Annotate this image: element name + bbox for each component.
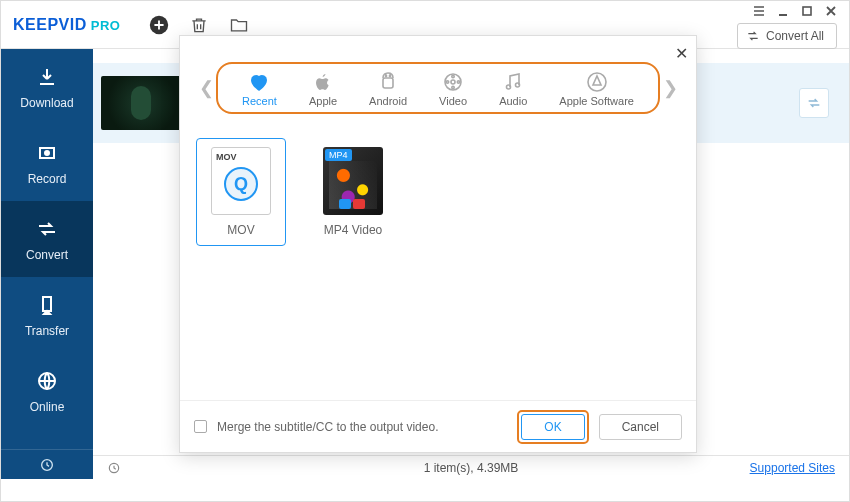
svg-point-16 <box>457 80 459 82</box>
svg-rect-4 <box>43 297 51 311</box>
cancel-button[interactable]: Cancel <box>599 414 682 440</box>
sidebar-item-record[interactable]: Record <box>1 125 93 201</box>
heart-icon <box>245 70 273 94</box>
sidebar-footer <box>1 449 93 479</box>
category-label: Apple <box>309 95 337 107</box>
svg-point-14 <box>452 86 454 88</box>
merge-subtitle-checkbox[interactable] <box>194 420 207 433</box>
sidebar-item-label: Record <box>28 172 67 186</box>
quicktime-icon: Q <box>224 167 258 201</box>
svg-point-9 <box>385 75 386 76</box>
transfer-icon <box>34 292 60 318</box>
category-label: Apple Software <box>559 95 634 107</box>
maximize-icon[interactable] <box>799 3 815 19</box>
android-icon <box>374 70 402 94</box>
category-video[interactable]: Video <box>439 70 467 107</box>
sidebar-item-transfer[interactable]: Transfer <box>1 277 93 353</box>
format-grid: Q MOV MP4 Video <box>196 138 680 246</box>
format-label: MP4 Video <box>324 223 382 237</box>
sidebar-item-convert[interactable]: Convert <box>1 201 93 277</box>
format-mov[interactable]: Q MOV <box>196 138 286 246</box>
audio-icon <box>499 70 527 94</box>
sidebar-item-online[interactable]: Online <box>1 353 93 429</box>
sidebar-item-download[interactable]: Download <box>1 49 93 125</box>
category-apple[interactable]: Apple <box>309 70 337 107</box>
carousel-prev-icon[interactable]: ❮ <box>196 77 216 99</box>
svg-point-13 <box>452 75 454 77</box>
modal-footer: Merge the subtitle/CC to the output vide… <box>180 400 696 452</box>
category-recent[interactable]: Recent <box>242 70 277 107</box>
category-label: Recent <box>242 95 277 107</box>
video-icon <box>439 70 467 94</box>
appstore-icon <box>583 70 611 94</box>
format-modal: ✕ ❮ Recent Apple Android Video Audio <box>179 35 697 453</box>
record-icon <box>34 140 60 166</box>
status-history-icon[interactable] <box>107 461 121 475</box>
svg-point-17 <box>507 85 511 89</box>
status-bar: 1 item(s), 4.39MB Supported Sites <box>93 455 849 479</box>
merge-label: Merge the subtitle/CC to the output vide… <box>217 420 438 434</box>
category-label: Android <box>369 95 407 107</box>
sidebar-item-label: Transfer <box>25 324 69 338</box>
modal-close-icon[interactable]: ✕ <box>675 44 688 63</box>
format-label: MOV <box>227 223 254 237</box>
category-label: Audio <box>499 95 527 107</box>
convert-icon <box>34 216 60 242</box>
supported-sites-link[interactable]: Supported Sites <box>750 461 835 475</box>
sidebar-item-label: Download <box>20 96 73 110</box>
status-count: 1 item(s), 4.39MB <box>424 461 519 475</box>
toolbar-buttons <box>148 14 250 36</box>
format-mp4[interactable]: MP4 Video <box>308 138 398 246</box>
convert-all-label: Convert All <box>766 29 824 43</box>
svg-point-15 <box>446 80 448 82</box>
folder-icon[interactable] <box>228 14 250 36</box>
svg-point-18 <box>516 83 520 87</box>
svg-point-3 <box>45 151 49 155</box>
trash-icon[interactable] <box>188 14 210 36</box>
minimize-icon[interactable] <box>775 3 791 19</box>
window-controls <box>751 3 839 19</box>
category-apple-software[interactable]: Apple Software <box>559 70 634 107</box>
carousel-next-icon[interactable]: ❯ <box>660 77 680 99</box>
category-rail: Recent Apple Android Video Audio Apple S… <box>216 62 660 114</box>
mp4-thumb <box>323 147 383 215</box>
logo-text-1: KEEPVID <box>13 16 87 34</box>
sidebar-item-label: Convert <box>26 248 68 262</box>
svg-rect-1 <box>803 7 811 15</box>
app-logo: KEEPVID PRO <box>13 16 120 34</box>
svg-rect-8 <box>383 78 393 88</box>
ok-highlight: OK <box>517 410 588 444</box>
menu-icon[interactable] <box>751 3 767 19</box>
row-convert-button[interactable] <box>799 88 829 118</box>
sidebar-item-label: Online <box>30 400 65 414</box>
download-icon <box>34 64 60 90</box>
add-icon[interactable] <box>148 14 170 36</box>
3d-glasses-icon <box>339 199 365 209</box>
ok-button[interactable]: OK <box>521 414 584 440</box>
mov-thumb: Q <box>211 147 271 215</box>
clock-icon[interactable] <box>39 457 55 473</box>
apple-icon <box>309 70 337 94</box>
close-icon[interactable] <box>823 3 839 19</box>
category-android[interactable]: Android <box>369 70 407 107</box>
convert-all-button[interactable]: Convert All <box>737 23 837 49</box>
convert-all-icon <box>746 29 760 43</box>
svg-point-10 <box>389 75 390 76</box>
svg-point-12 <box>451 80 455 84</box>
category-carousel: ❮ Recent Apple Android Video Audio <box>196 62 680 114</box>
online-icon <box>34 368 60 394</box>
logo-text-2: PRO <box>91 18 121 33</box>
sidebar: Download Record Convert Transfer Online <box>1 49 93 479</box>
svg-point-11 <box>445 74 461 90</box>
category-audio[interactable]: Audio <box>499 70 527 107</box>
category-label: Video <box>439 95 467 107</box>
video-thumbnail <box>101 76 183 130</box>
